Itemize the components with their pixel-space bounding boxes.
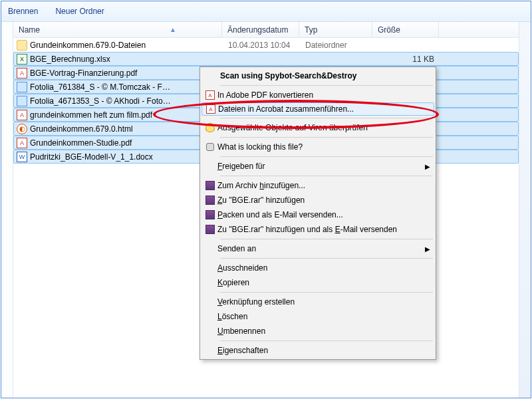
menu-separator (220, 176, 433, 176)
content-area: Name ▲ Änderungsdatum Typ Größe Grundein… (1, 22, 531, 398)
archive-icon (203, 225, 217, 234)
menu-separator (220, 340, 433, 341)
column-type[interactable]: Typ (299, 22, 372, 37)
file-name: BGE-Vortrag-Finanzierung.pdf (30, 68, 137, 78)
image-icon (17, 96, 27, 106)
file-name: Fotolia_4671353_S - © AKhodi - Foto… (30, 96, 171, 106)
file-name: BGE_Berechnung.xlsx (30, 55, 110, 64)
pdf-icon: A (17, 110, 27, 120)
left-gutter (1, 22, 13, 398)
file-date: 10.04.2013 10:04 (223, 41, 300, 50)
menu-separator (220, 137, 433, 138)
lock-icon (203, 143, 217, 151)
menu-virus-check[interactable]: Ausgewählte Objekte auf Viren überprüfen (201, 120, 434, 135)
file-name: Grundeinkommen.679.0-Dateien (30, 41, 146, 50)
file-name: Pudritzki_BGE-Modell-V_1_1.docx (30, 152, 153, 162)
menu-send-to[interactable]: Senden an ▶ (201, 241, 434, 256)
menu-properties[interactable]: Eigenschaften (201, 343, 434, 358)
sort-ascending-icon: ▲ (170, 26, 176, 33)
file-name: Grundeinkommen-Studie.pdf (30, 138, 132, 148)
chrome-icon: ◐ (17, 124, 27, 134)
file-pane[interactable]: Name ▲ Änderungsdatum Typ Größe Grundein… (13, 22, 519, 398)
menu-archive-bge[interactable]: Zu "BGE.rar" hinzufügen (201, 193, 434, 207)
image-icon (17, 82, 27, 92)
menu-separator (220, 85, 433, 86)
column-name[interactable]: Name ▲ (13, 22, 222, 37)
column-name-label: Name (19, 25, 40, 35)
vertical-scrollbar[interactable] (519, 22, 531, 398)
context-menu: Scan using Spybot-Search&Destroy A In Ad… (200, 66, 436, 360)
menu-archive-add[interactable]: Zum Archiv hinzufügen... (201, 178, 434, 193)
toolbar: Brennen Neuer Ordner (1, 1, 531, 22)
pdf-icon: A (17, 138, 27, 148)
folder-icon (17, 40, 27, 51)
file-row[interactable]: Grundeinkommen.679.0-Dateien10.04.2013 1… (13, 38, 519, 52)
pdf-icon: A (203, 104, 218, 114)
menu-adobe-convert[interactable]: A In Adobe PDF konvertieren (201, 88, 434, 102)
file-row[interactable]: XBGE_Berechnung.xlsx11 KB (13, 52, 519, 66)
menu-archive-bge-mail[interactable]: Zu "BGE.rar" hinzufügen und als E-Mail v… (201, 222, 434, 237)
menu-what-is-locking[interactable]: What is locking this file? (201, 140, 434, 154)
archive-icon (203, 210, 217, 219)
menu-archive-mail[interactable]: Packen und als E-Mail versenden... (201, 207, 434, 222)
pdf-icon: A (203, 90, 217, 100)
menu-separator (220, 118, 433, 118)
menu-separator (220, 258, 433, 259)
new-folder-button[interactable]: Neuer Ordner (53, 4, 106, 19)
column-size[interactable]: Größe (372, 22, 439, 37)
column-date[interactable]: Änderungsdatum (222, 22, 299, 37)
submenu-arrow-icon: ▶ (425, 245, 430, 253)
file-name: Grundeinkommen.679.0.html (30, 124, 133, 134)
explorer-window: Brennen Neuer Ordner Name ▲ Änderungsdat… (1, 1, 531, 398)
menu-rename[interactable]: Umbenennen (201, 324, 434, 338)
menu-acrobat-combine[interactable]: A Dateien in Acrobat zusammenführen... (201, 102, 434, 116)
shield-icon (203, 123, 217, 132)
menu-cut[interactable]: Ausschneiden (201, 261, 434, 275)
archive-icon (203, 196, 217, 205)
file-name: Fotolia_761384_S - © M.Tomczak - F… (30, 82, 170, 92)
excel-icon: X (17, 54, 27, 65)
word-icon: W (17, 152, 27, 162)
menu-separator (220, 292, 433, 293)
file-name: grundeinkommen heft zum film.pdf (30, 110, 152, 120)
pdf-icon: A (17, 68, 27, 78)
file-type: Dateiordner (300, 41, 373, 50)
menu-spybot-scan[interactable]: Scan using Spybot-Search&Destroy (201, 68, 434, 83)
column-headers[interactable]: Name ▲ Änderungsdatum Typ Größe (13, 22, 519, 38)
menu-share[interactable]: Freigeben für ▶ (201, 159, 434, 174)
archive-icon (203, 181, 217, 190)
burn-button[interactable]: Brennen (5, 4, 41, 19)
menu-copy[interactable]: Kopieren (201, 275, 434, 290)
menu-create-shortcut[interactable]: Verknüpfung erstellen (201, 295, 434, 309)
menu-separator (220, 239, 433, 239)
submenu-arrow-icon: ▶ (425, 163, 430, 170)
menu-delete[interactable]: Löschen (201, 309, 434, 324)
menu-separator (220, 156, 433, 157)
file-size: 11 KB (373, 55, 440, 64)
